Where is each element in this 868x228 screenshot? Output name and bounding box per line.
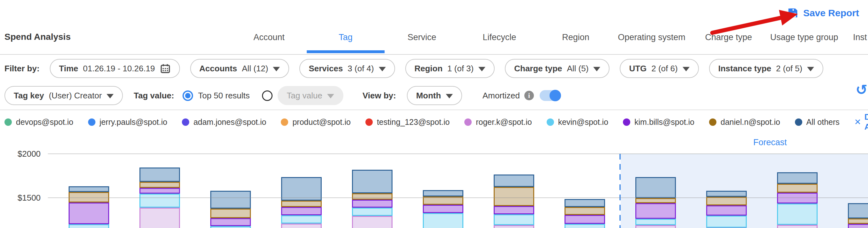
bar-segment-roger-k-spot-io[interactable] <box>636 225 676 228</box>
bar-segment-kevin-spot-io[interactable] <box>423 213 463 228</box>
bar-segment-kim-bills-spot-io[interactable] <box>848 224 868 228</box>
bar-segment-all-others[interactable] <box>848 203 868 219</box>
legend-dot-icon <box>281 118 288 126</box>
bar-segment-daniel-n-spot-io[interactable] <box>281 201 322 207</box>
toggle-knob <box>550 90 561 101</box>
chevron-down-icon <box>593 67 600 71</box>
legend-item-devops-spot-io[interactable]: devops@spot.io <box>4 117 73 127</box>
legend-dot-icon <box>365 118 373 126</box>
legend-item-roger-k-spot-io[interactable]: roger.k@spot.io <box>464 117 532 127</box>
legend-item-adam-jones-spot-io[interactable]: adam.jones@spot.io <box>182 117 266 127</box>
bar-segment-daniel-n-spot-io[interactable] <box>706 197 747 205</box>
bar-segment-kevin-spot-io[interactable] <box>210 226 251 228</box>
legend-item-daniel-n-spot-io[interactable]: daniel.n@spot.io <box>709 117 780 127</box>
legend-item-all-others[interactable]: All others <box>795 117 840 127</box>
bar-segment-roger-k-spot-io[interactable] <box>777 225 817 228</box>
bar-segment-roger-k-spot-io[interactable] <box>140 207 180 228</box>
bar-segment-all-others[interactable] <box>777 172 817 184</box>
bar-segment-kim-bills-spot-io[interactable] <box>352 200 393 207</box>
bar-segment-kevin-spot-io[interactable] <box>777 203 817 225</box>
reset-filters-button[interactable]: ↺ <box>856 83 867 97</box>
forecast-boundary-line <box>619 154 621 228</box>
bar-segment-kevin-spot-io[interactable] <box>69 224 109 228</box>
bar-segment-daniel-n-spot-io[interactable] <box>636 198 676 203</box>
tab-account[interactable]: Account <box>253 33 285 42</box>
bar-segment-kim-bills-spot-io[interactable] <box>636 203 676 219</box>
bar-segment-all-others[interactable] <box>564 199 605 207</box>
bar-segment-all-others[interactable] <box>69 186 109 192</box>
tab-lifecycle[interactable]: Lifecycle <box>483 33 516 42</box>
filter-pill-region[interactable]: Region1 (of 3) <box>405 59 495 78</box>
bar-segment-daniel-n-spot-io[interactable] <box>848 219 868 224</box>
tab-service[interactable]: Service <box>407 33 436 42</box>
tab-operating-system[interactable]: Operating system <box>618 33 685 42</box>
bar-segment-daniel-n-spot-io[interactable] <box>494 187 534 206</box>
bar-segment-all-others[interactable] <box>423 190 463 196</box>
bar-segment-daniel-n-spot-io[interactable] <box>210 208 251 218</box>
bar-segment-all-others[interactable] <box>636 177 676 198</box>
amortized-toggle[interactable] <box>539 90 561 101</box>
bar-segment-daniel-n-spot-io[interactable] <box>352 193 393 200</box>
filter-pill-utg[interactable]: UTG2 (of 6) <box>620 59 699 78</box>
legend-item-kim-bills-spot-io[interactable]: kim.bills@spot.io <box>623 117 694 127</box>
legend-item-jerry-pauls-spot-io[interactable]: jerry.pauls@spot.io <box>88 117 167 127</box>
pill-label: UTG <box>629 64 647 74</box>
tag-value-radio[interactable] <box>262 90 273 101</box>
tag-value-dropdown-disabled[interactable]: Tag value <box>278 86 343 105</box>
filter-pill-charge-type[interactable]: Charge typeAll (5) <box>505 59 610 78</box>
bar-segment-daniel-n-spot-io[interactable] <box>564 207 605 215</box>
bar-segment-kim-bills-spot-io[interactable] <box>69 202 109 224</box>
chevron-down-icon <box>106 94 114 99</box>
legend-item-product-spot-io[interactable]: product@spot.io <box>281 117 350 127</box>
bar-segment-kim-bills-spot-io[interactable] <box>281 207 322 215</box>
legend-item-label: daniel.n@spot.io <box>720 117 780 127</box>
legend-item-kevin-spot-io[interactable]: kevin@spot.io <box>547 117 608 127</box>
bar-segment-daniel-n-spot-io[interactable] <box>777 184 817 193</box>
tab-inst[interactable]: Inst <box>853 33 867 42</box>
top-50-results-radio[interactable] <box>183 90 193 101</box>
filter-pill-accounts[interactable]: AccountsAll (12) <box>190 59 289 78</box>
legend-item-label: product@spot.io <box>292 117 350 127</box>
bar-segment-kim-bills-spot-io[interactable] <box>564 215 605 224</box>
filter-pill-time[interactable]: Time01.26.19 - 10.26.19 <box>50 59 180 78</box>
tag-value-pill-label: Tag value <box>287 91 322 101</box>
save-report-button[interactable]: Save Report <box>787 7 859 19</box>
bar-segment-kevin-spot-io[interactable] <box>140 194 180 207</box>
filter-pill-services[interactable]: Services3 (of 4) <box>299 59 395 78</box>
bar-segment-kim-bills-spot-io[interactable] <box>706 205 747 216</box>
tab-usage-type-group[interactable]: Usage type group <box>770 33 838 42</box>
view-by-dropdown[interactable]: Month <box>407 86 462 105</box>
bar-segment-kevin-spot-io[interactable] <box>706 216 747 228</box>
bar-segment-all-others[interactable] <box>140 167 180 182</box>
bar-segment-daniel-n-spot-io[interactable] <box>140 182 180 188</box>
bar-segment-kim-bills-spot-io[interactable] <box>494 206 534 214</box>
tab-charge-type[interactable]: Charge type <box>705 33 752 42</box>
bar-segment-all-others[interactable] <box>281 177 322 201</box>
bar-segment-kim-bills-spot-io[interactable] <box>140 188 180 194</box>
bar-segment-kim-bills-spot-io[interactable] <box>210 218 251 226</box>
deselect-all-button[interactable]: ✕Deselect All <box>854 112 868 132</box>
legend-item-testing-123-spot-io[interactable]: testing_123@spot.io <box>365 117 450 127</box>
filter-row-secondary: Tag key (User) Creator Tag value: Top 50… <box>0 82 868 109</box>
tab-region[interactable]: Region <box>562 33 589 42</box>
bar-segment-kim-bills-spot-io[interactable] <box>423 205 463 213</box>
bar-segment-roger-k-spot-io[interactable] <box>352 216 393 228</box>
bar-segment-all-others[interactable] <box>706 191 747 197</box>
chevron-down-icon <box>807 67 814 71</box>
bar-segment-kevin-spot-io[interactable] <box>494 214 534 225</box>
bar-segment-all-others[interactable] <box>352 170 393 193</box>
bar-segment-roger-k-spot-io[interactable] <box>494 225 534 228</box>
bar-segment-kevin-spot-io[interactable] <box>352 207 393 216</box>
bar-segment-all-others[interactable] <box>494 175 534 187</box>
info-icon[interactable]: i <box>524 91 534 100</box>
tag-key-dropdown[interactable]: Tag key (User) Creator <box>4 86 123 105</box>
bar-segment-kevin-spot-io[interactable] <box>564 224 605 228</box>
bar-segment-all-others[interactable] <box>210 191 251 208</box>
filter-pill-instance-type[interactable]: Instance type2 (of 5) <box>709 59 824 78</box>
bar-segment-roger-k-spot-io[interactable] <box>281 224 322 228</box>
bars-container <box>0 134 868 228</box>
bar-segment-kevin-spot-io[interactable] <box>281 215 322 224</box>
view-by-label: View by: <box>363 91 396 101</box>
tab-tag[interactable]: Tag <box>339 33 352 42</box>
bar-segment-kevin-spot-io[interactable] <box>636 219 676 225</box>
